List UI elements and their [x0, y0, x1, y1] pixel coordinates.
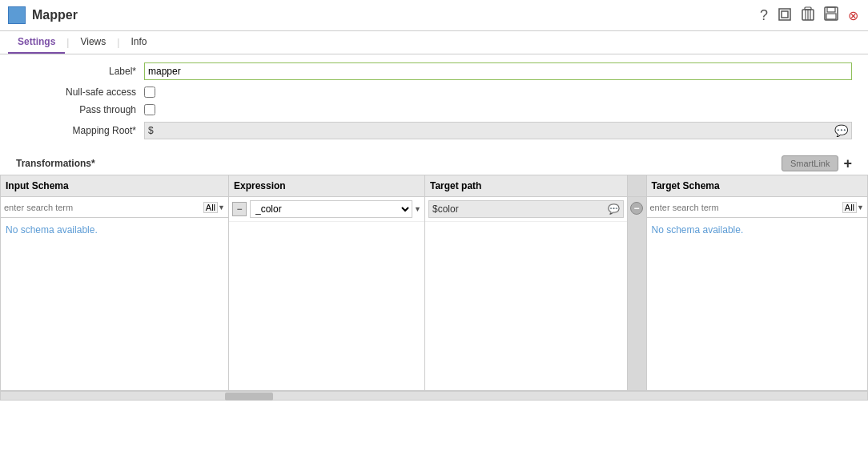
expression-title: Expression [234, 180, 286, 191]
mapping-root-icon: 💬 [834, 124, 848, 137]
input-schema-title: Input Schema [6, 180, 69, 191]
scrollbar-thumb [225, 393, 273, 401]
input-schema-body: No schema available. [1, 218, 228, 390]
target-schema-all-dropdown[interactable]: All [842, 202, 857, 213]
target-path-title: Target path [430, 180, 481, 191]
target-path-remove-button-0[interactable]: − [630, 202, 643, 215]
input-schema-all-dropdown[interactable]: All [203, 202, 218, 213]
label-field-label: Label* [16, 66, 144, 77]
target-path-header: Target path [425, 175, 627, 197]
transformations-section: Transformations* SmartLink + [0, 154, 868, 175]
input-schema-search-input[interactable] [4, 203, 203, 212]
null-safe-row: Null-safe access [16, 87, 852, 98]
target-path-body: $color 💬 [425, 197, 627, 390]
mapping-root-container[interactable]: $ 💬 [144, 122, 852, 139]
target-path-minus-strip-header [628, 175, 646, 197]
tab-views[interactable]: Views [70, 31, 115, 54]
target-path-icon-0: 💬 [608, 203, 620, 215]
expression-select-0[interactable]: _color [250, 200, 412, 218]
target-schema-search-input[interactable] [650, 203, 842, 212]
tab-settings[interactable]: Settings [8, 31, 65, 54]
delete-button[interactable] [800, 5, 816, 26]
expression-header: Expression [229, 175, 424, 197]
target-path-row-0: $color 💬 [425, 197, 627, 222]
target-path-minus-strip-body: − [628, 197, 646, 215]
bottom-scrollbar[interactable] [0, 391, 868, 401]
expression-panel: Expression − _color ▼ [229, 175, 425, 390]
save-button[interactable] [822, 5, 840, 26]
svg-rect-1 [782, 11, 788, 18]
svg-rect-6 [805, 7, 811, 10]
target-path-minus-strip: − [627, 175, 646, 390]
input-schema-header: Input Schema [1, 175, 228, 197]
tab-separator-2: | [117, 37, 119, 48]
target-schema-dropdown-arrow: ▼ [857, 203, 864, 211]
pass-through-label: Pass through [16, 104, 144, 115]
null-safe-label: Null-safe access [16, 87, 144, 98]
pass-through-checkbox[interactable] [144, 104, 155, 115]
window-icon [778, 7, 792, 22]
target-path-value-0: $color 💬 [428, 200, 624, 218]
target-schema-header: Target Schema [647, 175, 868, 197]
smartlink-button[interactable]: SmartLink [782, 155, 839, 171]
svg-rect-0 [779, 9, 790, 20]
header-left: Mapper [8, 6, 78, 24]
target-path-text-0: $color [432, 203, 459, 215]
expression-body: − _color ▼ [229, 197, 424, 390]
mapping-root-value: $ [148, 125, 154, 136]
pass-through-row: Pass through [16, 104, 852, 115]
tabs: Settings | Views | Info [0, 31, 868, 54]
mapping-root-label: Mapping Root* [16, 125, 144, 136]
header-actions: ? ⊗ [758, 5, 860, 26]
target-path-panel-wrap: Target path $color 💬 − [425, 175, 647, 390]
target-schema-title: Target Schema [652, 180, 720, 191]
mapping-root-row: Mapping Root* $ 💬 [16, 122, 852, 139]
null-safe-checkbox[interactable] [144, 87, 155, 98]
label-row: Label* [16, 62, 852, 80]
target-schema-search-row: All ▼ [647, 197, 868, 218]
save-icon [824, 6, 838, 21]
expression-row-0: − _color ▼ [229, 197, 424, 222]
close-button[interactable]: ⊗ [846, 6, 860, 25]
target-schema-no-schema: No schema available. [647, 218, 868, 242]
transformations-label: Transformations* [16, 158, 95, 169]
form-content: Label* Null-safe access Pass through Map… [0, 54, 868, 154]
target-path-panel: Target path $color 💬 [425, 175, 627, 390]
expression-remove-button-0[interactable]: − [232, 202, 247, 216]
expression-dropdown-arrow-0: ▼ [414, 205, 421, 213]
tab-separator-1: | [66, 37, 69, 48]
input-schema-dropdown-arrow: ▼ [218, 203, 225, 211]
trash-icon [802, 6, 814, 21]
svg-rect-9 [826, 14, 836, 19]
panels: Input Schema All ▼ No schema available. … [0, 175, 868, 391]
add-transformation-button[interactable]: + [843, 156, 852, 171]
header: Mapper ? ⊗ [0, 0, 868, 31]
help-button[interactable]: ? [758, 6, 770, 26]
window-button[interactable] [776, 6, 794, 26]
svg-rect-8 [827, 7, 835, 12]
app-title: Mapper [32, 8, 78, 22]
input-schema-search-row: All ▼ [1, 197, 228, 218]
tab-info[interactable]: Info [121, 31, 156, 54]
input-schema-panel: Input Schema All ▼ No schema available. [1, 175, 229, 390]
label-input[interactable] [144, 62, 852, 80]
input-schema-no-schema: No schema available. [1, 218, 228, 242]
target-schema-body: No schema available. [647, 218, 868, 390]
target-schema-panel: Target Schema All ▼ No schema available. [647, 175, 868, 390]
app-icon [8, 6, 26, 24]
